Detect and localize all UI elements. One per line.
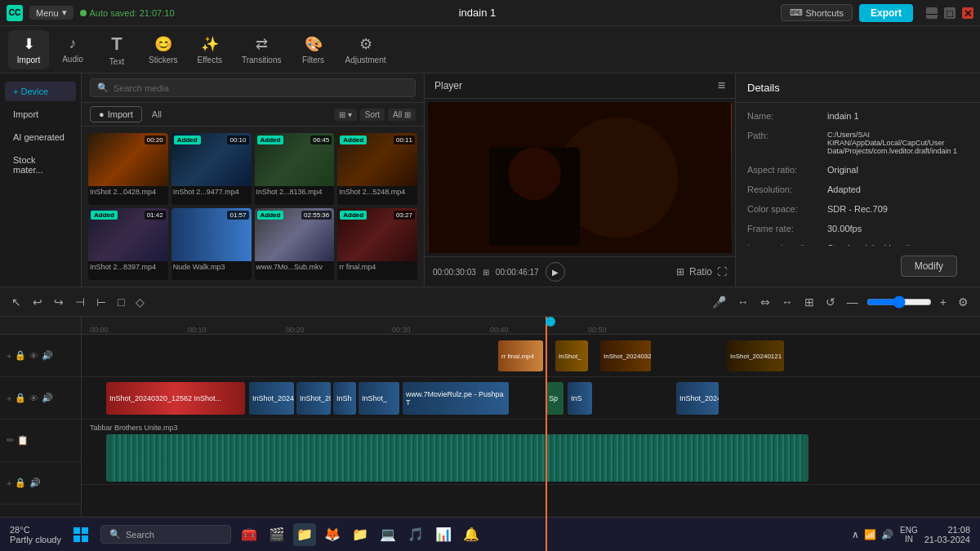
taskbar-app-icon[interactable]: 📁 xyxy=(349,523,372,546)
track-clip[interactable]: InShot_20240121 xyxy=(727,340,784,371)
panel-item-ai[interactable]: AI generated xyxy=(5,127,76,147)
track-audio-button[interactable]: 🔊 xyxy=(42,393,53,403)
track-pen-button[interactable]: ✏ xyxy=(7,435,14,446)
taskbar-app-icon[interactable]: 📊 xyxy=(432,523,455,546)
play-button[interactable]: ▶ xyxy=(546,262,565,282)
delete-button[interactable]: □ xyxy=(114,294,127,310)
grid-view-button[interactable]: ⊞ ▾ xyxy=(334,109,357,121)
taskbar-app-icon[interactable]: 📁 xyxy=(293,523,316,546)
shortcuts-button[interactable]: ⌨ Shortcuts xyxy=(781,4,853,21)
zoom-out-button[interactable]: — xyxy=(844,294,862,310)
track-clip[interactable]: InShot_2024 xyxy=(249,382,294,415)
redo-button[interactable]: ↪ xyxy=(51,294,67,310)
add-track-button[interactable]: ⊞ xyxy=(801,294,817,310)
search-icon: 🔍 xyxy=(97,82,109,93)
ratio-button[interactable]: Ratio xyxy=(689,266,712,278)
select-tool[interactable]: ↖ xyxy=(8,294,24,310)
undo-button[interactable]: ↩ xyxy=(29,294,46,310)
import-button[interactable]: ● Import xyxy=(90,106,142,122)
search-box[interactable]: 🔍 Search media xyxy=(90,78,416,97)
modify-button[interactable]: Modify xyxy=(901,256,957,277)
player-menu-icon[interactable]: ≡ xyxy=(718,78,725,93)
fullscreen-button[interactable]: ⛶ xyxy=(717,266,727,278)
media-item[interactable]: Added 00:11 InShot 2...5248.mp4 xyxy=(337,133,417,205)
track-clip[interactable]: www.7MovieRulz.pe - Pushpa T xyxy=(403,382,509,415)
settings-button[interactable]: ⚙ xyxy=(955,294,972,310)
audio-clip[interactable] xyxy=(106,434,808,482)
track-eye-button[interactable]: 👁 xyxy=(29,393,38,403)
minimize-button[interactable]: — xyxy=(926,7,938,19)
close-button[interactable]: ✕ xyxy=(962,7,973,19)
tool-effects[interactable]: ✨ Effects xyxy=(189,30,230,69)
track-clip[interactable]: InShot_202 xyxy=(296,382,331,415)
track-lock-button[interactable]: 🔒 xyxy=(15,393,26,403)
track-clip[interactable]: Sp xyxy=(546,382,564,415)
playhead-indicator[interactable] xyxy=(546,317,555,327)
split-button[interactable]: ⊣ xyxy=(72,294,88,310)
track-clip[interactable]: InShot_20240320_12562 InShot... xyxy=(106,382,245,415)
media-item[interactable]: 01:57 Nude Walk.mp3 xyxy=(172,208,252,280)
taskbar-app-icon[interactable]: 💻 xyxy=(376,523,399,546)
media-item[interactable]: Added 02:55:36 www.7Mo...Sub.mkv xyxy=(255,208,335,280)
volume-icon[interactable]: 🔊 xyxy=(881,529,893,540)
track-clip[interactable]: InShot_20240 xyxy=(676,382,719,415)
taskbar-search[interactable]: 🔍 Search xyxy=(100,525,231,544)
sort-button[interactable]: Sort xyxy=(360,109,385,121)
taskbar-app-icon[interactable]: 🎵 xyxy=(404,523,427,546)
taskbar-app-icon[interactable]: 🦊 xyxy=(321,523,344,546)
rotate-button[interactable]: ↺ xyxy=(822,294,839,310)
zoom-slider[interactable] xyxy=(866,295,932,309)
taskbar-app-icon[interactable]: 🧰 xyxy=(238,523,261,546)
tool-import[interactable]: ⬇ Import xyxy=(8,30,49,69)
tool-adjustment[interactable]: ⚙ Adjustment xyxy=(337,30,394,69)
track-clip[interactable]: InSh xyxy=(333,382,356,415)
menu-button[interactable]: Menu ▾ xyxy=(29,6,74,20)
detail-row-name: Name: indain 1 xyxy=(747,111,969,121)
track-lock-button[interactable]: 🔒 xyxy=(15,478,26,488)
panel-item-import[interactable]: Import xyxy=(5,104,76,124)
track-audio-button[interactable]: 🔊 xyxy=(29,478,41,488)
tool-stickers[interactable]: 😊 Stickers xyxy=(140,30,186,69)
tool-filters[interactable]: 🎨 Filters xyxy=(293,30,334,69)
tool-text[interactable]: T Text xyxy=(96,29,137,71)
track-add-button[interactable]: + xyxy=(7,393,11,403)
track-clip[interactable]: InShot_ xyxy=(359,382,399,415)
export-button[interactable]: Export xyxy=(859,4,913,22)
taskbar-app-icon[interactable]: 🎬 xyxy=(265,523,288,546)
track-clip[interactable]: InShot_20240320 xyxy=(600,340,651,371)
media-item[interactable]: 00:20 InShot 2...0428.mp4 xyxy=(88,133,168,205)
panel-item-device[interactable]: + Device xyxy=(5,82,76,101)
fit-screen-button[interactable]: ⊞ xyxy=(676,266,684,278)
keyframe-button[interactable]: ◇ xyxy=(132,294,148,310)
media-item[interactable]: Added 00:10 InShot 2...9477.mp4 xyxy=(172,133,252,205)
snap-button[interactable]: ↔ xyxy=(734,294,752,310)
track-scene-button[interactable]: 📋 xyxy=(17,435,29,446)
audio-track-label: Tabbar Brothers Unite.mp3 xyxy=(90,424,178,432)
tool-transitions[interactable]: ⇄ Transitions xyxy=(234,30,290,69)
zoom-in-button[interactable]: + xyxy=(937,294,950,310)
track-clip[interactable]: InShot_ xyxy=(555,340,588,371)
track-eye-button[interactable]: 👁 xyxy=(29,351,38,361)
track-add-button[interactable]: + xyxy=(7,351,11,361)
mic-button[interactable]: 🎤 xyxy=(709,294,729,310)
split-audio-button[interactable]: ↔ xyxy=(778,294,796,310)
restore-button[interactable]: □ xyxy=(944,7,956,19)
trim-button[interactable]: ⊢ xyxy=(93,294,109,310)
track-lock-button[interactable]: 🔒 xyxy=(15,350,26,361)
track-add-button[interactable]: + xyxy=(7,478,11,488)
chevron-up-icon[interactable]: ∧ xyxy=(852,529,859,540)
filter-button[interactable]: All ⊞ xyxy=(388,109,416,121)
tool-audio[interactable]: ♪ Audio xyxy=(52,30,93,69)
panel-item-stock[interactable]: Stock mater... xyxy=(5,150,76,180)
media-item[interactable]: Added ✕ 01:42 InShot 2...8397.mp4 xyxy=(88,208,168,280)
media-item[interactable]: Added 06:45 InShot 2...8136.mp4 xyxy=(255,133,335,205)
link-button[interactable]: ⇔ xyxy=(757,294,773,310)
player-header: Player ≡ xyxy=(425,73,735,99)
taskbar-app-icon[interactable]: 🔔 xyxy=(460,523,483,546)
start-button[interactable] xyxy=(68,522,94,548)
media-item[interactable]: Added ✕ 03:27 rr final.mp4 xyxy=(337,208,417,280)
track-audio-button[interactable]: 🔊 xyxy=(42,350,53,361)
network-icon[interactable]: 📶 xyxy=(864,529,876,540)
track-clip[interactable]: InS xyxy=(568,382,592,415)
track-clip[interactable]: rr final.mp4 xyxy=(498,340,543,371)
